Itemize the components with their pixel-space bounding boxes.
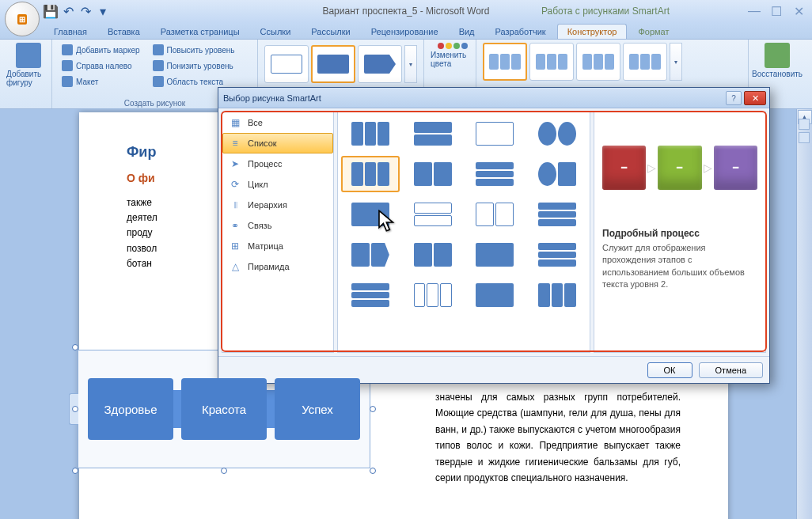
cat-pyramid[interactable]: △Пирамида xyxy=(222,256,333,277)
qat-redo-icon[interactable]: ↷ xyxy=(79,5,92,17)
layout-gallery-item-1[interactable] xyxy=(264,45,309,83)
tab-format[interactable]: Формат xyxy=(628,25,678,39)
style-gallery-item-3[interactable] xyxy=(576,43,620,81)
gallery-item[interactable] xyxy=(466,116,525,152)
qat-undo-icon[interactable]: ↶ xyxy=(62,5,74,17)
office-button[interactable]: ⊞ xyxy=(5,2,40,36)
list-icon: ≡ xyxy=(229,137,241,150)
cat-matrix[interactable]: ⊞Матрица xyxy=(222,236,333,256)
smartart-card-1[interactable]: Здоровье xyxy=(88,378,173,440)
preview-description: Служит для отображения прохождения этапо… xyxy=(602,242,757,291)
all-icon: ▦ xyxy=(229,116,241,129)
gallery-item[interactable] xyxy=(466,277,525,313)
cat-relationship[interactable]: ⚭Связь xyxy=(222,215,333,236)
cat-hierarchy[interactable]: ⫴Иерархия xyxy=(222,195,333,215)
reset-button[interactable]: Восстановить xyxy=(755,43,799,78)
gallery-item[interactable] xyxy=(466,237,525,273)
smartart-dialog: Выбор рисунка SmartArt ? ✕ ▦Все ≡Список … xyxy=(218,87,770,384)
close-button[interactable]: ✕ xyxy=(791,6,806,17)
gallery-item[interactable] xyxy=(404,196,462,233)
style-gallery-item-2[interactable] xyxy=(529,43,574,81)
gallery-item[interactable] xyxy=(404,237,462,273)
add-shape-icon xyxy=(16,43,41,68)
tab-home[interactable]: Главная xyxy=(44,25,97,39)
split-icon[interactable] xyxy=(799,132,810,143)
tab-developer[interactable]: Разработчик xyxy=(486,25,556,39)
rtl-button[interactable]: Справа налево xyxy=(59,59,143,73)
pyramid-icon: △ xyxy=(229,260,241,273)
qat-customize-icon[interactable]: ▾ xyxy=(97,5,109,17)
style-gallery-item-4[interactable] xyxy=(623,43,667,81)
add-bullet-button[interactable]: Добавить маркер xyxy=(59,43,143,57)
relationship-icon: ⚭ xyxy=(229,219,241,232)
preview-pane: ▷ ▷ Подробный процесс Служит для отображ… xyxy=(594,112,766,353)
preview-image: ▷ ▷ xyxy=(602,120,757,215)
tab-view[interactable]: Вид xyxy=(450,25,484,39)
cycle-icon: ⟳ xyxy=(229,178,241,191)
gallery-item[interactable] xyxy=(404,277,462,313)
cat-cycle[interactable]: ⟳Цикл xyxy=(222,174,333,195)
layout-button[interactable]: Макет xyxy=(59,74,143,89)
cancel-button[interactable]: Отмена xyxy=(699,362,763,378)
gallery-item[interactable] xyxy=(528,116,586,152)
reset-icon xyxy=(765,43,790,68)
gallery-item[interactable] xyxy=(404,116,462,152)
style-gallery-item-1[interactable] xyxy=(483,43,527,81)
colors-icon xyxy=(438,43,468,49)
tab-mailings[interactable]: Рассылки xyxy=(302,25,359,39)
gallery-item[interactable] xyxy=(341,116,400,152)
add-shape-button[interactable]: Добавить фигуру xyxy=(6,43,51,87)
cat-list[interactable]: ≡Список xyxy=(222,133,333,153)
tab-design[interactable]: Конструктор xyxy=(557,24,628,39)
vertical-scrollbar[interactable]: ▲ xyxy=(796,109,812,519)
gallery-item-selected[interactable] xyxy=(341,156,400,192)
layout-gallery-item-2[interactable] xyxy=(311,45,355,83)
gallery-item[interactable] xyxy=(341,237,400,273)
cat-all[interactable]: ▦Все xyxy=(222,112,333,133)
maximize-button[interactable]: ☐ xyxy=(769,6,784,17)
category-list: ▦Все ≡Список ➤Процесс ⟳Цикл ⫴Иерархия ⚭С… xyxy=(222,112,334,353)
tab-insert[interactable]: Вставка xyxy=(98,25,150,39)
context-tab-title: Работа с рисунками SmartArt xyxy=(541,6,670,17)
process-icon: ➤ xyxy=(229,157,241,170)
window-title: Вариант проспекта_5 - Microsoft Word xyxy=(322,6,489,17)
layout-gallery[interactable] xyxy=(337,112,590,353)
gallery-item[interactable] xyxy=(466,156,525,192)
tab-page-layout[interactable]: Разметка страницы xyxy=(151,25,249,39)
layout-gallery-more[interactable]: ▾ xyxy=(404,45,417,83)
gallery-item[interactable] xyxy=(341,196,400,233)
doc-right-column: значены для самых разных групп потребите… xyxy=(435,389,681,486)
tab-references[interactable]: Ссылки xyxy=(251,25,301,39)
smartart-card-2[interactable]: Красота xyxy=(181,378,267,440)
change-colors-button[interactable]: Изменить цвета xyxy=(431,43,475,68)
gallery-item[interactable] xyxy=(528,277,586,313)
style-gallery-more[interactable]: ▾ xyxy=(670,43,682,81)
demote-button[interactable]: Понизить уровень xyxy=(150,59,238,73)
cat-process[interactable]: ➤Процесс xyxy=(222,153,333,174)
gallery-item[interactable] xyxy=(528,237,586,273)
promote-button[interactable]: Повысить уровень xyxy=(150,43,238,57)
gallery-item[interactable] xyxy=(528,156,586,192)
dialog-close-button[interactable]: ✕ xyxy=(744,91,766,105)
gallery-item[interactable] xyxy=(528,196,586,233)
ok-button[interactable]: ОК xyxy=(647,362,692,378)
ruler-toggle-icon[interactable] xyxy=(799,119,810,130)
qat-save-icon[interactable]: 💾 xyxy=(44,5,57,17)
preview-title: Подробный процесс xyxy=(602,228,757,239)
matrix-icon: ⊞ xyxy=(229,240,241,252)
hierarchy-icon: ⫴ xyxy=(229,199,241,211)
smartart-card-3[interactable]: Успех xyxy=(275,378,360,440)
gallery-item[interactable] xyxy=(404,156,462,192)
dialog-title: Выбор рисунка SmartArt xyxy=(223,93,321,103)
dialog-help-button[interactable]: ? xyxy=(726,91,742,105)
tab-review[interactable]: Рецензирование xyxy=(362,25,448,39)
gallery-item[interactable] xyxy=(466,196,525,233)
gallery-item[interactable] xyxy=(341,277,400,313)
layout-gallery-item-3[interactable] xyxy=(358,45,402,83)
minimize-button[interactable]: — xyxy=(747,6,761,17)
